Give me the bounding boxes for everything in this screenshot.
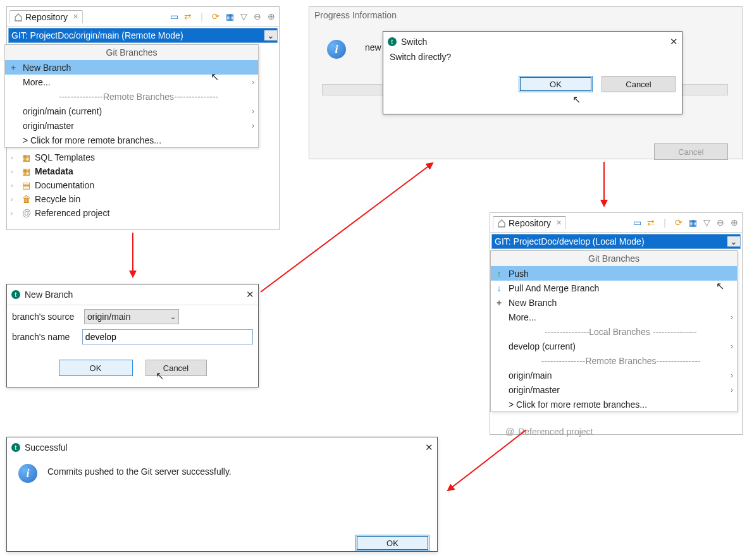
git-combo[interactable]: GIT: ProjectDoc/develop (Local Mode) ⌄	[491, 234, 741, 249]
chevron-right-icon: ›	[252, 121, 254, 130]
branch-name-input[interactable]	[82, 329, 253, 344]
cancel-button[interactable]: Cancel	[654, 143, 728, 160]
menu-item[interactable]: +New Branch	[491, 295, 737, 310]
item-label: origin/main (current)	[23, 106, 102, 116]
icon-a[interactable]: ▭	[169, 11, 179, 21]
chevron-right-icon: ›	[731, 371, 733, 380]
cancel-label: Cancel	[163, 363, 188, 373]
menu-item[interactable]: > Click for more remote branches...	[491, 397, 737, 411]
ok-button[interactable]: OK	[519, 76, 593, 92]
divider-label: ---------------Local Branches ----------…	[491, 324, 737, 339]
icon-c[interactable]: ⟳	[211, 11, 221, 21]
branches-dropdown: Git Branches +New BranchMore...›--------…	[4, 44, 259, 148]
icon-d[interactable]: ▦	[688, 217, 698, 228]
divider-label: ---------------Remote Branches----------…	[5, 89, 258, 104]
item-label: New Branch	[509, 298, 557, 308]
git-combo-text: GIT: ProjectDoc/origin/main (Remote Mode…	[11, 30, 183, 40]
close-icon[interactable]: ✕	[556, 219, 562, 227]
item-label: develop (current)	[509, 341, 576, 351]
caret-icon: ›	[11, 182, 18, 189]
minimize-icon[interactable]: ⊖	[252, 11, 262, 21]
home-icon	[14, 13, 23, 21]
repository-tab[interactable]: Repository ✕	[9, 10, 83, 23]
git-combo[interactable]: GIT: ProjectDoc/origin/main (Remote Mode…	[8, 28, 278, 43]
tree-label: SQL Templates	[35, 152, 95, 162]
tree-item[interactable]: Referenced project	[518, 427, 593, 437]
svg-line-3	[261, 163, 433, 292]
menu-icon[interactable]: ▽	[238, 11, 249, 21]
repository-tab[interactable]: Repository ✕	[493, 216, 566, 229]
tree-item[interactable]: › ▦ Metadata	[7, 164, 279, 178]
branches-dropdown: Git Branches ↑Push↓Pull And Merge Branch…	[490, 250, 738, 412]
caret-icon: ›	[11, 196, 18, 203]
close-icon[interactable]: ✕	[246, 289, 254, 300]
item-label: origin/master	[509, 385, 560, 395]
new-branch-dialog: t New Branch ✕ branch's source origin/ma…	[6, 284, 259, 387]
info-icon: i	[327, 40, 346, 59]
item-label: > Click for more remote branches...	[509, 399, 647, 410]
chevron-right-icon: ›	[731, 342, 733, 351]
toolbar-icons: ▭ ⇄ | ⟳ ▦ ▽ ⊖ ⊕	[632, 217, 739, 228]
cancel-button[interactable]: Cancel	[145, 360, 207, 376]
folder-icon: ▦	[22, 166, 31, 176]
menu-item[interactable]: ↓Pull And Merge Branch	[491, 281, 737, 295]
item-label: origin/master	[23, 121, 74, 131]
menu-item[interactable]: More...›	[491, 310, 737, 324]
svg-text:t: t	[15, 444, 17, 451]
menu-item[interactable]: origin/master›	[491, 382, 737, 397]
cancel-button[interactable]: Cancel	[602, 76, 676, 92]
menu-item[interactable]: origin/main›	[491, 368, 737, 382]
minimize-icon[interactable]: ⊖	[715, 217, 725, 228]
menu-item[interactable]: +New Branch	[5, 60, 258, 75]
icon-b[interactable]: ⇄	[183, 11, 193, 21]
close-icon[interactable]: ✕	[425, 442, 433, 453]
item-icon: ↑	[495, 269, 503, 279]
app-icon: t	[387, 37, 397, 47]
chevron-right-icon: ›	[252, 107, 254, 116]
branch-source-select[interactable]: origin/main ⌄	[84, 309, 179, 324]
icon-a[interactable]: ▭	[632, 217, 642, 228]
tree-item[interactable]: › ▦ SQL Templates	[7, 150, 279, 164]
folder-icon: ▦	[22, 152, 31, 162]
toolbar-icons: ▭ ⇄ | ⟳ ▦ ▽ ⊖ ⊕	[169, 11, 276, 21]
source-label: branch's source	[12, 312, 80, 322]
ok-button[interactable]: OK	[59, 360, 133, 376]
item-icon: ↓	[495, 283, 503, 293]
switch-msg: Switch directly?	[390, 52, 676, 62]
dialog-titlebar: t New Branch ✕	[7, 284, 258, 305]
dialog-title: Switch	[401, 37, 427, 47]
caret-icon: ›	[11, 154, 18, 161]
icon-d[interactable]: ▦	[225, 11, 235, 21]
svg-text:t: t	[392, 39, 393, 46]
tree-item[interactable]: › @ Referenced project	[7, 206, 279, 220]
folder-icon: ▤	[22, 180, 31, 190]
icon-b[interactable]: ⇄	[646, 217, 656, 228]
progress-title: Progress Information	[309, 7, 742, 23]
tree-label: Referenced project	[35, 208, 109, 218]
progress-panel: Progress Information i new Cancel t Swit…	[309, 6, 743, 159]
item-label: ---------------Remote Branches----------…	[541, 356, 701, 366]
close-icon[interactable]: ✕	[670, 36, 678, 47]
menu-item[interactable]: develop (current)›	[491, 339, 737, 353]
chevron-down-icon[interactable]: ⌄	[727, 236, 740, 247]
menu-item[interactable]: More...›	[5, 75, 258, 89]
menu-item[interactable]: > Click for more remote branches...	[5, 133, 258, 147]
icon-c[interactable]: ⟳	[674, 217, 684, 228]
ok-label: OK	[386, 539, 398, 548]
menu-icon[interactable]: ▽	[701, 217, 712, 228]
item-label: New Branch	[23, 63, 71, 73]
repository-panel-2: Repository ✕ ▭ ⇄ | ⟳ ▦ ▽ ⊖ ⊕ GIT: Projec…	[490, 212, 743, 435]
maximize-icon[interactable]: ⊕	[729, 217, 739, 228]
menu-item[interactable]: origin/master›	[5, 118, 258, 133]
tree-item[interactable]: › ▤ Documentation	[7, 178, 279, 192]
menu-item[interactable]: ↑Push	[491, 266, 737, 281]
ok-button[interactable]: OK	[355, 535, 429, 551]
close-icon[interactable]: ✕	[73, 13, 78, 21]
panel-header: Repository ✕ ▭ ⇄ | ⟳ ▦ ▽ ⊖ ⊕	[490, 213, 742, 233]
tree-item[interactable]: › 🗑 Recycle bin	[7, 192, 279, 206]
dialog-titlebar: t Successful ✕	[7, 437, 437, 458]
menu-item[interactable]: origin/main (current)›	[5, 104, 258, 118]
tab-label: Repository	[509, 218, 551, 228]
chevron-down-icon[interactable]: ⌄	[264, 30, 277, 40]
maximize-icon[interactable]: ⊕	[266, 11, 276, 21]
